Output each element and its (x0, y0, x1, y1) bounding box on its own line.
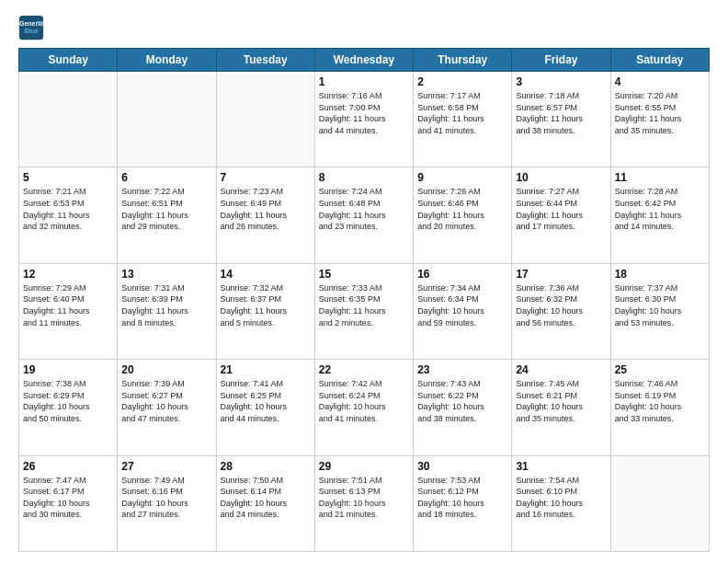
day-cell: 14Sunrise: 7:32 AM Sunset: 6:37 PM Dayli… (216, 263, 314, 359)
day-number: 8 (319, 171, 409, 184)
day-cell: 25Sunrise: 7:46 AM Sunset: 6:19 PM Dayli… (610, 360, 709, 455)
day-info: Sunrise: 7:49 AM Sunset: 6:16 PM Dayligh… (121, 475, 211, 521)
day-cell: 21Sunrise: 7:41 AM Sunset: 6:25 PM Dayli… (216, 360, 314, 455)
day-info: Sunrise: 7:32 AM Sunset: 6:37 PM Dayligh… (221, 282, 311, 328)
weekday-header-row: SundayMondayTuesdayWednesdayThursdayFrid… (19, 49, 710, 72)
day-cell: 26Sunrise: 7:47 AM Sunset: 6:17 PM Dayli… (19, 455, 118, 551)
day-info: Sunrise: 7:24 AM Sunset: 6:48 PM Dayligh… (319, 186, 409, 232)
day-cell: 24Sunrise: 7:45 AM Sunset: 6:21 PM Dayli… (512, 360, 610, 455)
day-info: Sunrise: 7:54 AM Sunset: 6:10 PM Dayligh… (516, 475, 606, 521)
calendar-page: General Blue SundayMondayTuesdayWednesda… (0, 0, 728, 563)
day-info: Sunrise: 7:38 AM Sunset: 6:29 PM Dayligh… (23, 378, 113, 424)
day-info: Sunrise: 7:47 AM Sunset: 6:17 PM Dayligh… (23, 475, 113, 521)
day-number: 14 (221, 268, 311, 281)
day-cell: 27Sunrise: 7:49 AM Sunset: 6:16 PM Dayli… (118, 455, 216, 551)
day-number: 15 (319, 268, 409, 281)
day-number: 20 (121, 363, 211, 376)
day-number: 25 (615, 363, 705, 376)
day-info: Sunrise: 7:27 AM Sunset: 6:44 PM Dayligh… (516, 186, 606, 232)
day-number: 4 (615, 75, 705, 88)
day-number: 9 (417, 171, 507, 184)
day-info: Sunrise: 7:21 AM Sunset: 6:53 PM Dayligh… (23, 186, 113, 232)
day-number: 18 (615, 268, 705, 281)
day-cell: 13Sunrise: 7:31 AM Sunset: 6:39 PM Dayli… (118, 263, 216, 359)
day-number: 13 (121, 268, 211, 281)
logo-icon: General Blue (18, 15, 44, 40)
day-info: Sunrise: 7:37 AM Sunset: 6:30 PM Dayligh… (615, 282, 705, 328)
day-number: 2 (417, 75, 507, 88)
logo: General Blue (18, 15, 48, 40)
weekday-saturday: Saturday (610, 49, 709, 72)
day-number: 27 (121, 460, 211, 473)
day-number: 5 (23, 171, 113, 184)
day-number: 12 (23, 268, 113, 281)
day-cell: 20Sunrise: 7:39 AM Sunset: 6:27 PM Dayli… (118, 360, 216, 455)
day-cell: 7Sunrise: 7:23 AM Sunset: 6:49 PM Daylig… (216, 167, 314, 263)
day-cell: 12Sunrise: 7:29 AM Sunset: 6:40 PM Dayli… (19, 263, 118, 359)
day-number: 3 (516, 75, 606, 88)
day-number: 30 (417, 460, 507, 473)
day-number: 10 (516, 171, 606, 184)
day-info: Sunrise: 7:22 AM Sunset: 6:51 PM Dayligh… (121, 186, 211, 232)
week-row-4: 26Sunrise: 7:47 AM Sunset: 6:17 PM Dayli… (19, 455, 710, 551)
day-number: 23 (417, 363, 507, 376)
day-number: 31 (516, 460, 606, 473)
day-info: Sunrise: 7:51 AM Sunset: 6:13 PM Dayligh… (319, 475, 409, 521)
weekday-friday: Friday (512, 49, 610, 72)
day-cell: 19Sunrise: 7:38 AM Sunset: 6:29 PM Dayli… (19, 360, 118, 455)
day-number: 24 (516, 363, 606, 376)
day-cell (118, 72, 216, 167)
day-number: 22 (319, 363, 409, 376)
weekday-tuesday: Tuesday (216, 49, 314, 72)
day-number: 26 (23, 460, 113, 473)
day-info: Sunrise: 7:17 AM Sunset: 6:58 PM Dayligh… (417, 90, 507, 136)
day-cell: 22Sunrise: 7:42 AM Sunset: 6:24 PM Dayli… (314, 360, 413, 455)
day-number: 7 (221, 171, 311, 184)
day-cell: 18Sunrise: 7:37 AM Sunset: 6:30 PM Dayli… (610, 263, 709, 359)
day-info: Sunrise: 7:33 AM Sunset: 6:35 PM Dayligh… (319, 282, 409, 328)
calendar-table: SundayMondayTuesdayWednesdayThursdayFrid… (18, 48, 710, 552)
day-cell: 3Sunrise: 7:18 AM Sunset: 6:57 PM Daylig… (512, 72, 610, 167)
calendar-header: SundayMondayTuesdayWednesdayThursdayFrid… (19, 49, 710, 72)
day-number: 6 (121, 171, 211, 184)
day-number: 16 (417, 268, 507, 281)
day-cell (216, 72, 314, 167)
day-info: Sunrise: 7:43 AM Sunset: 6:22 PM Dayligh… (417, 378, 507, 424)
day-info: Sunrise: 7:41 AM Sunset: 6:25 PM Dayligh… (221, 378, 311, 424)
week-row-2: 12Sunrise: 7:29 AM Sunset: 6:40 PM Dayli… (19, 263, 710, 359)
day-info: Sunrise: 7:29 AM Sunset: 6:40 PM Dayligh… (23, 282, 113, 328)
day-cell: 15Sunrise: 7:33 AM Sunset: 6:35 PM Dayli… (314, 263, 413, 359)
day-cell: 30Sunrise: 7:53 AM Sunset: 6:12 PM Dayli… (414, 455, 512, 551)
day-info: Sunrise: 7:34 AM Sunset: 6:34 PM Dayligh… (417, 282, 507, 328)
day-number: 28 (221, 460, 311, 473)
day-cell: 6Sunrise: 7:22 AM Sunset: 6:51 PM Daylig… (118, 167, 216, 263)
day-info: Sunrise: 7:31 AM Sunset: 6:39 PM Dayligh… (121, 282, 211, 328)
week-row-3: 19Sunrise: 7:38 AM Sunset: 6:29 PM Dayli… (19, 360, 710, 455)
day-number: 11 (615, 171, 705, 184)
day-cell (610, 455, 709, 551)
day-cell: 2Sunrise: 7:17 AM Sunset: 6:58 PM Daylig… (414, 72, 512, 167)
day-cell: 10Sunrise: 7:27 AM Sunset: 6:44 PM Dayli… (512, 167, 610, 263)
day-info: Sunrise: 7:46 AM Sunset: 6:19 PM Dayligh… (615, 378, 705, 424)
day-cell: 29Sunrise: 7:51 AM Sunset: 6:13 PM Dayli… (314, 455, 413, 551)
day-info: Sunrise: 7:20 AM Sunset: 6:55 PM Dayligh… (615, 90, 705, 136)
day-number: 19 (23, 363, 113, 376)
day-info: Sunrise: 7:23 AM Sunset: 6:49 PM Dayligh… (221, 186, 311, 232)
day-number: 17 (516, 268, 606, 281)
day-cell: 1Sunrise: 7:16 AM Sunset: 7:00 PM Daylig… (314, 72, 413, 167)
day-cell (19, 72, 118, 167)
day-cell: 4Sunrise: 7:20 AM Sunset: 6:55 PM Daylig… (610, 72, 709, 167)
day-info: Sunrise: 7:53 AM Sunset: 6:12 PM Dayligh… (417, 475, 507, 521)
day-info: Sunrise: 7:39 AM Sunset: 6:27 PM Dayligh… (121, 378, 211, 424)
header: General Blue (18, 15, 710, 40)
day-cell: 8Sunrise: 7:24 AM Sunset: 6:48 PM Daylig… (314, 167, 413, 263)
day-info: Sunrise: 7:42 AM Sunset: 6:24 PM Dayligh… (319, 378, 409, 424)
day-cell: 31Sunrise: 7:54 AM Sunset: 6:10 PM Dayli… (512, 455, 610, 551)
calendar-body: 1Sunrise: 7:16 AM Sunset: 7:00 PM Daylig… (19, 72, 710, 552)
weekday-wednesday: Wednesday (314, 49, 413, 72)
day-number: 1 (319, 75, 409, 88)
day-info: Sunrise: 7:26 AM Sunset: 6:46 PM Dayligh… (417, 186, 507, 232)
day-cell: 5Sunrise: 7:21 AM Sunset: 6:53 PM Daylig… (19, 167, 118, 263)
day-number: 21 (221, 363, 311, 376)
day-info: Sunrise: 7:45 AM Sunset: 6:21 PM Dayligh… (516, 378, 606, 424)
